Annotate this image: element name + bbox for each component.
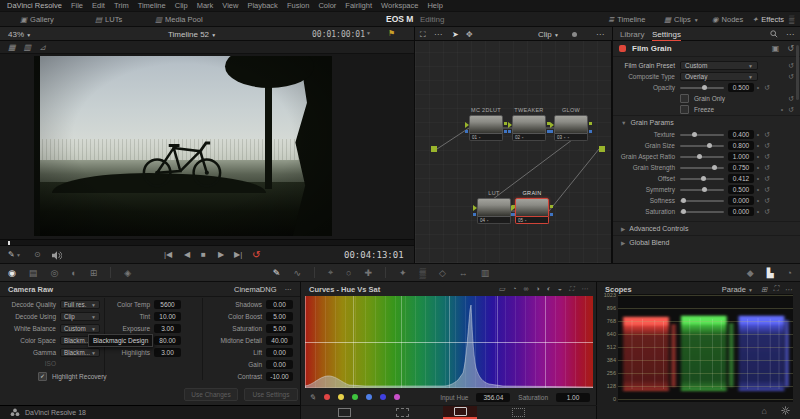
offset-slider[interactable] (680, 178, 724, 180)
magic-mask-palette-icon[interactable]: ✦ (399, 268, 407, 278)
reset-icon[interactable]: ↺ (762, 164, 772, 172)
opacity-value-field[interactable]: 0.500 (728, 83, 754, 92)
key-output-pin[interactable] (589, 130, 592, 133)
curve-mode-icon[interactable]: ◑ (535, 285, 539, 293)
reset-icon[interactable]: ↺ (786, 73, 796, 81)
curve-mode-icon[interactable]: ▭ (499, 285, 506, 293)
swatch-magenta[interactable] (394, 394, 400, 400)
hue-vs-sat-spectrum[interactable] (305, 296, 593, 388)
swatch-cyan[interactable] (366, 394, 372, 400)
grain-aspect-value[interactable]: 1.000 (728, 152, 754, 161)
saturation-slider[interactable] (680, 211, 724, 213)
keyframe-icon[interactable]: ▣ (772, 44, 780, 53)
tab-hue-vs-hue[interactable] (385, 406, 419, 419)
white-balance-select[interactable]: Custom▼ (60, 324, 100, 333)
split-view-icon[interactable]: ▥ (24, 43, 32, 52)
global-blend-section[interactable]: Global Blend (629, 239, 669, 246)
stereo-3d-palette-icon[interactable]: ▥ (481, 268, 490, 278)
app-menu[interactable]: DaVinci Resolve (7, 1, 62, 10)
audio-mute-icon[interactable] (52, 251, 62, 260)
freeze-checkbox[interactable] (680, 105, 689, 114)
rgb-input-pin[interactable] (508, 122, 512, 128)
reset-icon[interactable]: ↺ (762, 175, 772, 183)
swatch-green[interactable] (352, 394, 358, 400)
grain-strength-value[interactable]: 0.750 (728, 163, 754, 172)
texture-value[interactable]: 0.400 (728, 130, 754, 139)
camera-raw-menu-icon[interactable]: ⋯ (285, 285, 293, 294)
menu-timeline[interactable]: Timeline (138, 1, 166, 10)
step-forward-icon[interactable]: ▶ (218, 250, 224, 259)
reset-icon[interactable]: ↺ (762, 208, 772, 216)
nodes-toggle[interactable]: ◉Nodes (712, 15, 743, 24)
blur-palette-icon[interactable]: ▒ (420, 268, 426, 278)
keyframe-dot[interactable]: • (754, 153, 762, 160)
sizing-palette-icon[interactable]: ↔ (459, 268, 468, 278)
curve-mode-icon[interactable]: ◔ (512, 285, 516, 293)
highlight-recovery-checkbox[interactable]: ✓ Highlight Recovery (38, 372, 107, 381)
keyframe-dot[interactable]: • (754, 186, 762, 193)
scope-menu-icon[interactable]: ⋯ (785, 285, 793, 294)
grain-size-slider[interactable] (680, 145, 724, 147)
loop-icon[interactable]: ↺ (252, 249, 260, 260)
tab-library[interactable]: Library (620, 30, 644, 39)
sharpness-field[interactable]: 80.00 (154, 336, 181, 345)
decode-using-select[interactable]: Clip▼ (60, 312, 100, 321)
power-window-palette-icon[interactable]: ○ (346, 268, 351, 278)
rgb-input-pin[interactable] (473, 205, 477, 211)
step-back-icon[interactable]: ◀ (184, 250, 190, 259)
rgb-output-pin[interactable] (550, 205, 553, 208)
effect-reset-icon[interactable]: ↺ (787, 44, 794, 53)
qualifier-palette-icon[interactable]: ⌖ (328, 267, 333, 278)
lightbox-toggle[interactable]: ▒Lightbox (789, 15, 794, 24)
color-boost-field[interactable]: 5.00 (266, 312, 293, 321)
menu-playback[interactable]: Playback (247, 1, 277, 10)
rgb-input-pin[interactable] (465, 122, 469, 128)
timecode-chevron-icon[interactable]: ▼ (366, 30, 371, 36)
source-input-pin[interactable] (431, 146, 437, 152)
reset-icon[interactable]: ↺ (762, 142, 772, 150)
node-graph[interactable]: MC 2DLUT 01▪ TWEAKER 02▪ GLOW 03▪▪ (414, 41, 612, 263)
softness-slider[interactable] (680, 200, 724, 202)
scope-layout-icon[interactable]: ⊞ (761, 285, 767, 294)
keyframes-panel-icon[interactable]: ◆ (747, 268, 754, 278)
midtone-detail-field[interactable]: 40.00 (266, 336, 293, 345)
gear-icon[interactable] (781, 406, 790, 415)
curve-mode-icon[interactable]: ◐ (547, 285, 551, 293)
menu-workspace[interactable]: Workspace (381, 1, 418, 10)
offset-value[interactable]: 0.412 (728, 174, 754, 183)
viewer-zoom-select[interactable]: 43% ▼ (8, 30, 31, 39)
menu-help[interactable]: Help (427, 1, 442, 10)
color-match-palette-icon[interactable]: ▤ (29, 268, 38, 278)
lift-field[interactable]: 0.00 (266, 348, 293, 357)
pan-tool-icon[interactable]: ✥ (466, 30, 473, 39)
keyframe-dot[interactable]: • (754, 175, 762, 182)
use-changes-button[interactable]: Use Changes (184, 388, 238, 401)
key-input-pin[interactable] (550, 130, 553, 133)
composite-dropdown[interactable]: Overlay▼ (680, 72, 758, 81)
preset-dropdown[interactable]: Custom▼ (680, 61, 758, 70)
hdr-palette-icon[interactable]: ◐ (71, 268, 76, 278)
symmetry-value[interactable]: 0.500 (728, 185, 754, 194)
use-settings-button[interactable]: Use Settings (244, 388, 298, 401)
grain-only-checkbox[interactable] (680, 94, 689, 103)
effects-toggle[interactable]: ✦Effects (752, 15, 784, 24)
grid-view-icon[interactable]: ▦ (8, 43, 16, 52)
symmetry-slider[interactable] (680, 189, 724, 191)
inspector-scrollbar[interactable] (796, 45, 799, 100)
eyedropper-icon[interactable]: ✎ (309, 393, 316, 402)
info-panel-icon[interactable]: ◔ (787, 268, 792, 278)
wipe-angle-icon[interactable]: ⊿ (39, 43, 46, 52)
highlights-field[interactable]: 3.00 (154, 348, 181, 357)
reset-icon[interactable]: ↺ (786, 106, 796, 114)
fullscreen-icon[interactable]: ⛶ (420, 30, 426, 40)
reset-icon[interactable]: ↺ (762, 131, 772, 139)
rgb-input-pin[interactable] (511, 205, 515, 211)
texture-slider[interactable] (680, 134, 724, 136)
rgb-output-pin[interactable] (589, 122, 592, 125)
home-icon[interactable]: ⌂ (762, 406, 767, 416)
gamma-select[interactable]: Blackm... Film▼ (60, 348, 100, 357)
media-pool-toggle[interactable]: ▥Media Pool (155, 15, 203, 24)
reset-icon[interactable]: ↺ (762, 153, 772, 161)
saturation-field[interactable]: 5.00 (266, 324, 293, 333)
curves-menu-icon[interactable]: ⋯ (581, 285, 588, 293)
